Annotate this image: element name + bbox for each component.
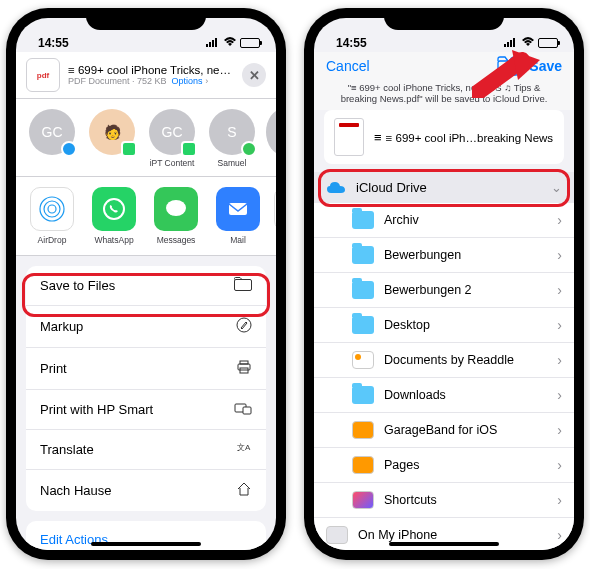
whatsapp-icon — [92, 187, 136, 231]
avatar-icon: 🧑 — [89, 109, 135, 155]
action-print-hp[interactable]: Print with HP Smart — [26, 390, 266, 430]
home-indicator[interactable] — [389, 542, 499, 546]
home-indicator[interactable] — [91, 542, 201, 546]
svg-rect-18 — [504, 44, 506, 47]
markup-icon — [236, 317, 252, 336]
wifi-icon — [223, 36, 237, 50]
folder-archiv[interactable]: Archiv› — [314, 203, 574, 238]
app-messages[interactable]: Messages — [150, 187, 202, 245]
chevron-right-icon: › — [557, 282, 562, 298]
doc-subtitle: PDF Document · 752 KB Options › — [68, 76, 234, 86]
status-time: 14:55 — [38, 36, 69, 50]
contacts-row: GC 🧑 GC iPT Content S Samuel T — [16, 99, 276, 177]
folder-downloads[interactable]: Downloads› — [314, 378, 574, 413]
translate-icon: 文A — [236, 441, 252, 458]
folder-bewerbungen-2[interactable]: Bewerbungen 2› — [314, 273, 574, 308]
contact-item[interactable]: GC — [26, 109, 78, 168]
location-icloud-drive[interactable]: iCloud Drive ⌄ — [314, 172, 574, 203]
hp-print-icon — [234, 401, 252, 418]
notch — [86, 8, 206, 30]
signal-icon — [504, 36, 518, 50]
messages-icon — [154, 187, 198, 231]
app-mail[interactable]: Mail — [212, 187, 264, 245]
avatar-icon: GC — [149, 109, 195, 155]
svg-rect-9 — [229, 203, 247, 215]
app-more[interactable] — [274, 187, 276, 245]
svg-point-4 — [48, 205, 56, 213]
options-link[interactable]: Options — [172, 76, 203, 86]
folder-documents-readdle[interactable]: Documents by Readdle› — [314, 343, 574, 378]
folder-garageband[interactable]: GarageBand for iOS› — [314, 413, 574, 448]
doc-title: ≡ 699+ cool iPhone Tricks, new iO… — [68, 64, 234, 76]
action-markup[interactable]: Markup — [26, 306, 266, 348]
wifi-icon — [521, 36, 535, 50]
icloud-icon — [326, 180, 346, 195]
nav-bar: Cancel Save — [314, 52, 574, 82]
pdf-badge-icon: pdf — [26, 58, 60, 92]
svg-rect-19 — [507, 42, 509, 47]
folder-icon — [352, 211, 374, 229]
new-folder-button[interactable] — [497, 56, 519, 76]
chevron-right-icon: › — [557, 422, 562, 438]
screen-left: 14:55 pdf ≡ 699+ cool iPhone Tricks, new… — [16, 18, 276, 550]
svg-point-5 — [44, 201, 60, 217]
save-description: "≡ 699+ cool iPhone Tricks, new iOS ♫ Ti… — [314, 82, 574, 110]
doc-filename: ≡≡ 699+ cool iPh…breaking News — [374, 130, 553, 145]
garageband-icon — [352, 421, 374, 439]
apps-row: AirDrop WhatsApp Messages Mail — [16, 177, 276, 256]
chevron-right-icon: › — [557, 492, 562, 508]
folder-desktop[interactable]: Desktop› — [314, 308, 574, 343]
svg-rect-16 — [243, 407, 251, 414]
close-button[interactable]: ✕ — [242, 63, 266, 87]
chevron-right-icon: › — [557, 212, 562, 228]
action-save-to-files[interactable]: Save to Files — [26, 266, 266, 306]
contact-item[interactable]: S Samuel — [206, 109, 258, 168]
print-icon — [236, 359, 252, 378]
chevron-right-icon: › — [557, 317, 562, 333]
contact-item[interactable]: GC iPT Content — [146, 109, 198, 168]
pages-icon — [352, 456, 374, 474]
svg-point-8 — [166, 200, 186, 216]
readdle-icon — [352, 351, 374, 369]
contact-item[interactable]: T — [266, 109, 276, 168]
folder-list: Archiv› Bewerbungen› Bewerbungen 2› Desk… — [314, 203, 574, 550]
action-print[interactable]: Print — [26, 348, 266, 390]
avatar-icon: GC — [29, 109, 75, 155]
document-card: ≡≡ 699+ cool iPh…breaking News — [324, 110, 564, 164]
save-button[interactable]: Save — [529, 58, 562, 74]
folder-icon — [352, 281, 374, 299]
app-airdrop[interactable]: AirDrop — [26, 187, 78, 245]
action-translate[interactable]: Translate 文A — [26, 430, 266, 470]
screen-right: 14:55 Cancel Save "≡ 699+ cool iPhone Tr… — [314, 18, 574, 550]
folder-icon — [352, 386, 374, 404]
iphone-icon — [326, 526, 348, 544]
svg-point-7 — [104, 199, 124, 219]
signal-icon — [206, 36, 220, 50]
actions-list: Save to Files Markup Print Print with HP… — [26, 266, 266, 511]
action-nach-hause[interactable]: Nach Hause — [26, 470, 266, 511]
folder-shortcuts[interactable]: Shortcuts› — [314, 483, 574, 518]
home-icon — [236, 481, 252, 500]
folder-pages[interactable]: Pages› — [314, 448, 574, 483]
chevron-down-icon: ⌄ — [551, 180, 562, 195]
doc-thumbnail-icon — [334, 118, 364, 156]
svg-rect-2 — [212, 40, 214, 47]
folder-bewerbungen[interactable]: Bewerbungen› — [314, 238, 574, 273]
svg-rect-13 — [240, 361, 248, 364]
chevron-right-icon: › — [557, 247, 562, 263]
contact-item[interactable]: 🧑 — [86, 109, 138, 168]
app-whatsapp[interactable]: WhatsApp — [88, 187, 140, 245]
cancel-button[interactable]: Cancel — [326, 58, 370, 74]
svg-rect-1 — [209, 42, 211, 47]
folder-icon — [352, 316, 374, 334]
status-time: 14:55 — [336, 36, 367, 50]
svg-rect-3 — [215, 38, 217, 47]
chevron-right-icon: › — [557, 457, 562, 473]
svg-text:文A: 文A — [237, 443, 251, 452]
svg-rect-10 — [235, 280, 252, 291]
battery-icon — [538, 38, 558, 48]
mail-icon — [216, 187, 260, 231]
avatar-icon: S — [209, 109, 255, 155]
share-sheet-header: pdf ≡ 699+ cool iPhone Tricks, new iO… P… — [16, 52, 276, 99]
svg-rect-20 — [510, 40, 512, 47]
